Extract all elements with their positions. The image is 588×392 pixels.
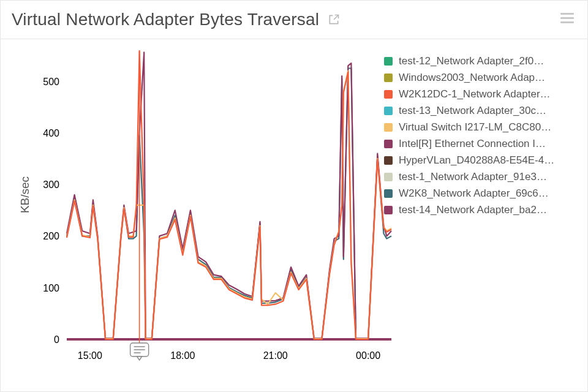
legend-label: test-12_Network Adapter_2f0… xyxy=(399,55,544,67)
legend-item[interactable]: W2K12DC-1_Network Adapter… xyxy=(384,86,579,102)
y-tick-label: 300 xyxy=(43,179,59,190)
popout-icon[interactable] xyxy=(328,13,340,26)
chart-area: test-12_Network Adapter_2f0…Windows2003_… xyxy=(12,39,576,382)
legend-label: Intel[R] Ethernet Connection I… xyxy=(399,138,546,150)
legend-label: W2K8_Network Adapter_69c6… xyxy=(399,187,549,200)
legend-item[interactable]: W2K8_Network Adapter_69c6… xyxy=(384,185,579,202)
x-tick-label: 15:00 xyxy=(78,350,102,361)
legend-item[interactable]: HyperVLan_D40288A8-E54E-4… xyxy=(384,152,579,168)
line-chart[interactable]: 010020030040050015:0018:0021:0000:00KB/s… xyxy=(12,39,398,382)
y-tick-label: 0 xyxy=(54,334,59,345)
y-tick-label: 500 xyxy=(43,77,59,87)
legend-item[interactable]: Intel[R] Ethernet Connection I… xyxy=(384,135,579,152)
panel-titlebar: Virtual Network Adapter Bytes Traversal xyxy=(1,1,587,39)
x-tick-label: 21:00 xyxy=(263,350,288,361)
y-tick-label: 200 xyxy=(43,231,59,241)
legend-item[interactable]: test-13_Network Adapter_30c… xyxy=(384,102,579,119)
y-tick-label: 400 xyxy=(43,128,59,138)
y-tick-label: 100 xyxy=(43,283,59,293)
x-tick-label: 18:00 xyxy=(170,350,195,361)
legend-label: W2K12DC-1_Network Adapter… xyxy=(399,88,551,100)
annotation-icon[interactable] xyxy=(130,343,149,360)
legend-label: test-13_Network Adapter_30c… xyxy=(399,105,546,117)
legend-item[interactable]: Windows2003_Network Adap… xyxy=(384,69,579,86)
legend-item[interactable]: Virtual Switch I217-LM_C8C80… xyxy=(384,119,579,135)
legend-label: Virtual Switch I217-LM_C8C80… xyxy=(399,121,551,134)
legend: test-12_Network Adapter_2f0…Windows2003_… xyxy=(384,53,579,218)
x-tick-label: 00:00 xyxy=(356,350,380,361)
legend-label: Windows2003_Network Adap… xyxy=(399,72,545,84)
panel-menu-button[interactable] xyxy=(560,13,574,23)
legend-item[interactable]: test-12_Network Adapter_2f0… xyxy=(384,53,579,69)
legend-item[interactable]: test-1_Network Adapter_91e3… xyxy=(384,168,579,185)
y-axis-label: KB/sec xyxy=(18,176,31,213)
legend-label: test-14_Network Adapter_ba2… xyxy=(399,204,547,216)
legend-label: HyperVLan_D40288A8-E54E-4… xyxy=(399,154,554,167)
legend-label: test-1_Network Adapter_91e3… xyxy=(399,171,547,183)
panel-title: Virtual Network Adapter Bytes Traversal xyxy=(12,10,319,29)
legend-item[interactable]: test-14_Network Adapter_ba2… xyxy=(384,202,579,218)
